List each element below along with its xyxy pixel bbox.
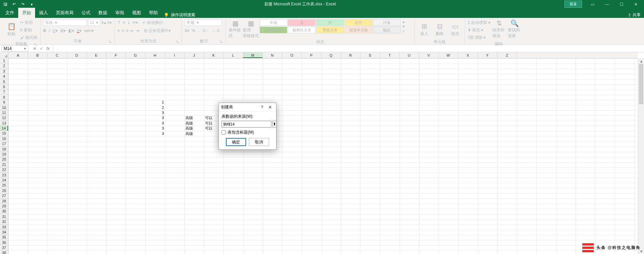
minimize-icon[interactable]: — [600,0,614,8]
scroll-up-icon[interactable]: ▴ [638,58,644,64]
row-header[interactable]: 1 [0,58,8,63]
row-header[interactable]: 33 [0,225,8,230]
qat-customize-icon[interactable]: ▾ [28,1,36,8]
row-header[interactable]: 8 [0,95,8,100]
row-header[interactable]: 27 [0,193,8,198]
row-header[interactable]: 21 [0,162,8,167]
range-selector-icon[interactable]: ⬆ [272,121,276,128]
italic-button[interactable]: I [49,28,50,33]
bold-button[interactable]: B [43,28,46,33]
row-header[interactable]: 19 [0,152,8,157]
cell-style-option[interactable]: 好 [316,19,344,26]
tab-data[interactable]: 数据 [94,8,111,18]
autosum-button[interactable]: Σ 自动求和▾ [468,19,490,26]
tab-formulas[interactable]: 公式 [78,8,94,18]
cell[interactable]: 3 [145,131,165,136]
row-header[interactable]: 25 [0,183,8,188]
cell[interactable]: 3 [145,121,165,126]
cell[interactable]: 3 [145,126,165,131]
share-button[interactable]: ⇪ 共享 [628,12,641,18]
clear-button[interactable]: ⌫ 清除▾ [468,34,490,41]
align-middle-icon[interactable]: ≡ [123,20,125,25]
tab-home[interactable]: 开始 [18,8,35,18]
style-scroll-up-icon[interactable]: ▴ [403,19,405,24]
row-header[interactable]: 16 [0,136,8,141]
column-header[interactable]: V [419,52,439,58]
column-header[interactable]: Y [478,52,497,58]
row-header[interactable]: 5 [0,79,8,84]
decrease-decimal-icon[interactable]: ←.0 [212,28,219,33]
enter-formula-icon[interactable]: ✓ [40,46,43,51]
column-header[interactable]: I [165,52,184,58]
dialog-help-icon[interactable]: ? [258,105,266,110]
cell[interactable]: 3 [145,115,165,120]
save-icon[interactable]: 🖫 [1,1,9,8]
column-header[interactable]: U [400,52,419,58]
row-header[interactable]: 12 [0,115,8,120]
redo-icon[interactable]: ↷ [19,1,27,8]
comma-button[interactable]: , [198,28,199,33]
dialog-launcher-icon[interactable]: ⤡ [176,39,179,44]
copy-button[interactable]: ⎘ 复制 [20,27,37,33]
font-color-button[interactable]: A▾ [77,28,82,33]
borders-button[interactable]: ⊞▾ [60,28,66,33]
cell[interactable]: 高级 [184,126,204,131]
accounting-button[interactable]: $▾ [185,28,189,33]
align-left-icon[interactable]: ≡ [117,28,120,33]
cell[interactable]: 2 [145,105,165,110]
row-header[interactable]: 34 [0,230,8,235]
cell-style-option[interactable]: 解释性文本 [288,27,316,33]
tab-view[interactable]: 视图 [128,8,145,18]
style-scroll-down-icon[interactable]: ▾ [403,24,405,29]
row-header[interactable]: 3 [0,69,8,74]
increase-indent-icon[interactable]: ⇥ [136,28,139,33]
tab-insert[interactable]: 插入 [35,8,52,18]
column-header[interactable]: S [360,52,380,58]
conditional-formatting-button[interactable]: ▦条件格式 [229,19,242,39]
login-button[interactable]: 登录 [564,1,582,8]
find-select-button[interactable]: 🔍查找和选择 [508,19,521,39]
dialog-close-icon[interactable]: ✕ [266,105,274,110]
formula-bar[interactable] [53,45,644,52]
ok-button[interactable]: 确定 [226,138,246,146]
row-header[interactable]: 38 [0,250,8,254]
cell-style-option[interactable]: 警告文本 [316,27,344,33]
row-header[interactable]: 35 [0,235,8,240]
tab-review[interactable]: 审阅 [111,8,128,18]
row-header[interactable]: 28 [0,199,8,204]
column-header[interactable]: N [263,52,282,58]
increase-decimal-icon[interactable]: .0→ [202,28,209,33]
orientation-icon[interactable]: ⟳▾ [133,20,138,25]
align-right-icon[interactable]: ≡ [126,28,128,33]
row-header[interactable]: 20 [0,157,8,162]
font-size-combo[interactable]: 11▾ [88,19,100,26]
row-header[interactable]: 32 [0,219,8,224]
vertical-scrollbar[interactable]: ▴ ▾ [638,58,644,254]
merge-center-button[interactable]: ⊟ 合并后居中▾ [144,28,171,34]
column-header[interactable]: H [145,52,165,58]
column-header[interactable]: E [87,52,106,58]
row-header[interactable]: 15 [0,131,8,136]
font-family-combo[interactable]: 等线▾ [43,19,87,26]
column-header[interactable]: R [341,52,360,58]
fill-color-button[interactable]: ◧▾ [68,28,74,33]
column-header[interactable]: G [126,52,145,58]
tab-layout[interactable]: 页面布局 [52,8,78,18]
sort-filter-button[interactable]: ⇅排序和筛选 [492,19,506,39]
delete-cells-button[interactable]: ⊟删除 [433,19,446,39]
table-range-input[interactable] [222,121,271,128]
decrease-indent-icon[interactable]: ⇤ [130,28,134,33]
column-header[interactable]: T [380,52,400,58]
column-header[interactable]: W [439,52,458,58]
align-bottom-icon[interactable]: ⤓ [127,20,130,25]
phonetic-button[interactable]: wén▾ [84,28,94,33]
cell-styles-gallery[interactable]: 常规差好适中计算检查单元格解释性文本警告文本链接单元格输出 [260,19,401,33]
column-header[interactable]: L [224,52,243,58]
column-header[interactable]: F [106,52,126,58]
cell-style-option[interactable]: 输出 [373,27,401,33]
cell-style-option[interactable]: 常规 [260,19,287,26]
row-header[interactable]: 37 [0,245,8,250]
table-has-headers-checkbox[interactable]: 表包含标题(M) [222,130,273,135]
column-header[interactable]: A [8,52,28,58]
select-all-button[interactable] [0,52,8,58]
